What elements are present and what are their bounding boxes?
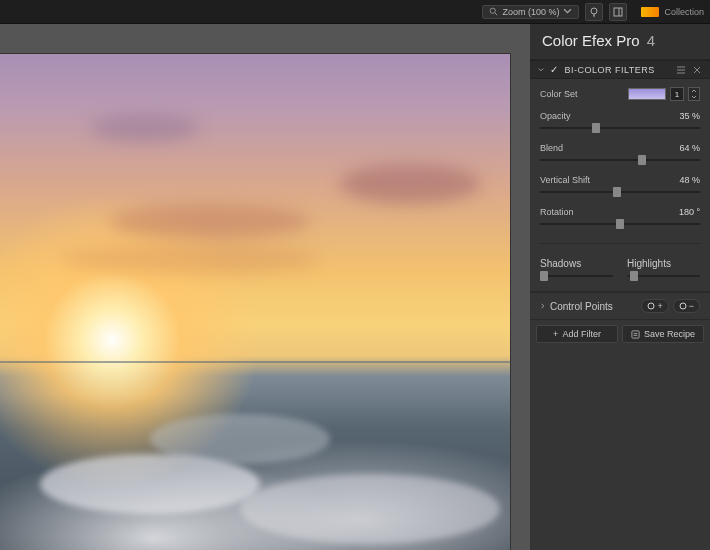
add-negative-control-point[interactable]: − bbox=[673, 299, 700, 313]
svg-point-10 bbox=[680, 303, 686, 309]
circle-icon bbox=[647, 302, 655, 310]
svg-point-0 bbox=[491, 8, 496, 13]
svg-point-9 bbox=[648, 303, 654, 309]
color-swatch[interactable] bbox=[628, 88, 666, 100]
button-label: Add Filter bbox=[562, 329, 601, 339]
svg-rect-2 bbox=[614, 8, 622, 16]
shadows-slider[interactable] bbox=[540, 271, 613, 281]
rotation-slider[interactable] bbox=[540, 219, 700, 229]
plus-icon: + bbox=[553, 329, 558, 339]
circle-icon bbox=[679, 302, 687, 310]
chevron-down-icon bbox=[691, 95, 697, 99]
param-color-set: Color Set 1 bbox=[540, 87, 700, 101]
options-icon[interactable] bbox=[676, 65, 686, 75]
chevron-down-icon bbox=[563, 7, 572, 16]
app-version: 4 bbox=[647, 32, 655, 49]
param-value: 35 % bbox=[679, 111, 700, 121]
brand: Collection bbox=[641, 7, 704, 17]
param-label: Shadows bbox=[540, 258, 613, 269]
param-value: 48 % bbox=[679, 175, 700, 185]
param-value: 180 ° bbox=[679, 207, 700, 217]
recipe-icon bbox=[631, 330, 640, 339]
color-set-stepper[interactable] bbox=[688, 87, 700, 101]
zoom-control[interactable]: Zoom (100 %) bbox=[482, 5, 579, 19]
opacity-slider[interactable] bbox=[540, 123, 700, 133]
color-set-index[interactable]: 1 bbox=[670, 87, 684, 101]
add-filter-button[interactable]: + Add Filter bbox=[536, 325, 618, 343]
panel-icon bbox=[613, 7, 623, 17]
param-label: Vertical Shift bbox=[540, 175, 590, 185]
slider-thumb[interactable] bbox=[638, 155, 646, 165]
minus-icon: − bbox=[689, 301, 694, 311]
light-bulb-icon bbox=[589, 7, 599, 17]
param-label: Rotation bbox=[540, 207, 574, 217]
slider-thumb[interactable] bbox=[616, 219, 624, 229]
highlights-slider[interactable] bbox=[627, 271, 700, 281]
filter-panel: Color Efex Pro 4 ✓ BI-COLOR FILTERS Colo… bbox=[530, 24, 710, 550]
svg-line-1 bbox=[495, 13, 497, 15]
control-points-row[interactable]: Control Points + − bbox=[530, 292, 710, 320]
slider-thumb[interactable] bbox=[613, 187, 621, 197]
param-label: Opacity bbox=[540, 111, 571, 121]
param-shadows: Shadows bbox=[540, 258, 613, 281]
slider-thumb[interactable] bbox=[540, 271, 548, 281]
slider-thumb[interactable] bbox=[630, 271, 638, 281]
plus-icon: + bbox=[657, 301, 662, 311]
slider-thumb[interactable] bbox=[592, 123, 600, 133]
save-recipe-button[interactable]: Save Recipe bbox=[622, 325, 704, 343]
panel-toggle-button[interactable] bbox=[609, 3, 627, 21]
param-value: 64 % bbox=[679, 143, 700, 153]
param-highlights: Highlights bbox=[627, 258, 700, 281]
close-icon[interactable] bbox=[692, 65, 702, 75]
zoom-label: Zoom (100 %) bbox=[502, 7, 559, 17]
brand-logo-icon bbox=[641, 7, 659, 17]
chevron-right-icon bbox=[540, 303, 546, 309]
chevron-down-icon bbox=[538, 67, 544, 73]
param-label: Highlights bbox=[627, 258, 700, 269]
search-icon bbox=[489, 7, 498, 16]
panel-title: Color Efex Pro 4 bbox=[530, 24, 710, 60]
param-label: Blend bbox=[540, 143, 563, 153]
divider bbox=[540, 243, 700, 244]
main-area: Color Efex Pro 4 ✓ BI-COLOR FILTERS Colo… bbox=[0, 24, 710, 550]
control-points-label: Control Points bbox=[550, 301, 613, 312]
param-blend: Blend 64 % bbox=[540, 143, 700, 165]
param-label: Color Set bbox=[540, 89, 578, 99]
param-rotation: Rotation 180 ° bbox=[540, 207, 700, 229]
app-name: Color Efex Pro bbox=[542, 32, 640, 49]
background-toggle-button[interactable] bbox=[585, 3, 603, 21]
filter-controls: Color Set 1 Opacity 35 % bbox=[530, 79, 710, 292]
add-positive-control-point[interactable]: + bbox=[641, 299, 668, 313]
chevron-up-icon bbox=[691, 89, 697, 93]
param-opacity: Opacity 35 % bbox=[540, 111, 700, 133]
filter-section-name: BI-COLOR FILTERS bbox=[565, 65, 655, 75]
image-canvas[interactable] bbox=[0, 54, 510, 550]
svg-rect-11 bbox=[632, 330, 639, 337]
action-buttons: + Add Filter Save Recipe bbox=[530, 320, 710, 348]
top-toolbar: Zoom (100 %) Collection bbox=[0, 0, 710, 24]
button-label: Save Recipe bbox=[644, 329, 695, 339]
blend-slider[interactable] bbox=[540, 155, 700, 165]
filter-section-header[interactable]: ✓ BI-COLOR FILTERS bbox=[530, 60, 710, 79]
brand-suite-label: Collection bbox=[664, 7, 704, 17]
check-icon[interactable]: ✓ bbox=[550, 64, 559, 75]
vshift-slider[interactable] bbox=[540, 187, 700, 197]
canvas-viewport[interactable] bbox=[0, 24, 530, 550]
protection-controls: Shadows Highlights bbox=[540, 258, 700, 281]
param-vertical-shift: Vertical Shift 48 % bbox=[540, 175, 700, 197]
